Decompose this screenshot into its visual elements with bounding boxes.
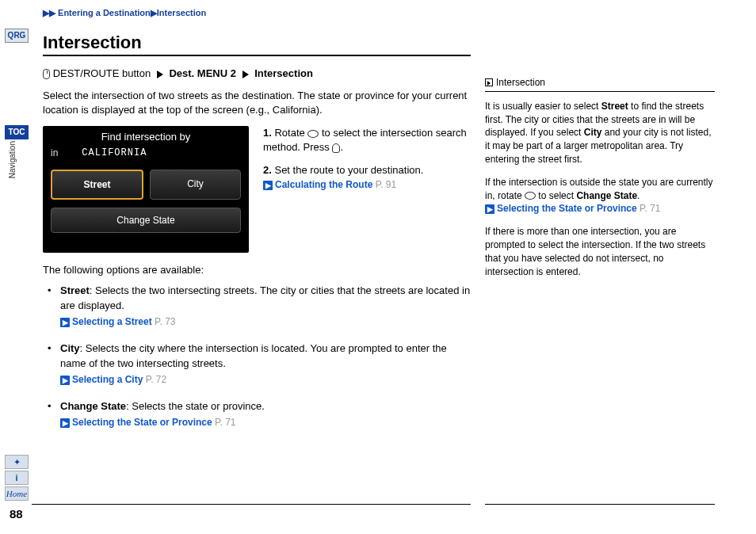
step-text: Rotate [274, 127, 307, 139]
xref-link[interactable]: ▶Calculating the Route P. 91 [263, 179, 396, 190]
sidebar-heading: Intersection [485, 76, 715, 92]
steps-list: 1. Rotate to select the intersection sea… [263, 126, 471, 253]
screen-change-state-button: Change State [51, 208, 241, 233]
sidebar-para: If the intersection is outside the state… [485, 176, 715, 216]
options-list: Street: Selects the two intersecting str… [43, 284, 471, 429]
mouse-icon [43, 69, 50, 79]
screen-city-button: City [150, 170, 241, 200]
step-number: 1. [263, 127, 272, 139]
sb-bold: City [584, 127, 602, 138]
xref-page: P. 91 [372, 179, 396, 190]
sidebar-title: Intersection [496, 76, 545, 90]
xref-link[interactable]: ▶Selecting a City P. 72 [60, 373, 471, 387]
xref-label[interactable]: Calculating the Route [275, 179, 372, 190]
sidebar-para: If there is more than one intersection, … [485, 225, 715, 278]
link-arrow-icon: ▶ [60, 418, 70, 428]
option-name: Street [60, 284, 90, 296]
xref-link[interactable]: ▶Selecting the State or Province P. 71 [485, 203, 661, 214]
step-2: 2. Set the route to your destination. ▶C… [263, 163, 471, 192]
step-text: . [340, 141, 343, 153]
xref-link[interactable]: ▶Selecting the State or Province P. 71 [60, 416, 471, 429]
xref-label[interactable]: Selecting a Street [72, 316, 152, 327]
nav-section-label: Navigation [8, 141, 17, 178]
option-change-state: Change State: Selects the state or provi… [52, 399, 471, 429]
xref-page: P. 71 [212, 417, 236, 428]
menu-path-text: DEST/ROUTE button [53, 67, 151, 79]
rotate-dial-icon [525, 192, 536, 200]
xref-label[interactable]: Selecting a City [72, 374, 143, 385]
breadcrumb-arrow-icon: ▶ [49, 8, 55, 17]
left-rail: QRG TOC Navigation ✦ i Home [0, 0, 32, 534]
ui-screenshot: Find intersection by in CALIFORNIA Stree… [43, 126, 249, 253]
sidebar-para: It is usually easier to select Street to… [485, 100, 715, 166]
xref-label[interactable]: Selecting the State or Province [72, 417, 212, 428]
step-1: 1. Rotate to select the intersection sea… [263, 126, 471, 154]
qrg-tab[interactable]: QRG [5, 29, 29, 43]
sb-bold: Street [601, 101, 628, 112]
screen-street-button: Street [51, 170, 143, 200]
arrow-right-icon [157, 71, 163, 78]
tips-sidebar: Intersection It is usually easier to sel… [485, 76, 715, 288]
info-button[interactable]: i [5, 471, 29, 485]
page-title: Intersection [43, 32, 471, 56]
voice-help-button[interactable]: ✦ [5, 455, 29, 469]
link-arrow-icon: ▶ [60, 376, 70, 385]
breadcrumb-arrow-icon: ▶ [151, 8, 157, 17]
sb-text: . [637, 190, 640, 201]
breadcrumb-arrow-icon: ▶ [43, 8, 49, 17]
breadcrumb[interactable]: ▶▶ Entering a Destination▶Intersection [43, 8, 471, 18]
option-name: Change State [60, 400, 126, 412]
main-content: ▶▶ Entering a Destination▶Intersection I… [43, 8, 471, 443]
home-button[interactable]: Home [5, 486, 29, 501]
rotate-dial-icon [307, 130, 319, 138]
sb-bold: Change State [576, 190, 637, 201]
xref-page: P. 72 [143, 374, 166, 385]
page-number: 88 [10, 507, 23, 521]
xref-label[interactable]: Selecting the State or Province [497, 203, 637, 214]
option-street: Street: Selects the two intersecting str… [52, 284, 471, 329]
press-dial-icon [332, 143, 340, 153]
xref-link[interactable]: ▶Selecting a Street P. 73 [60, 315, 471, 329]
xref-page: P. 71 [637, 203, 661, 214]
menu-path-seg: Intersection [254, 67, 313, 79]
sb-text: to select [536, 190, 576, 201]
menu-path: DEST/ROUTE button Dest. MENU 2 Intersect… [43, 67, 471, 79]
option-desc: : Selects the state or province. [126, 400, 265, 412]
screen-state-value: CALIFORNIA [82, 147, 147, 158]
sb-text: It is usually easier to select [485, 101, 601, 112]
link-arrow-icon: ▶ [263, 181, 273, 190]
screen-in-label: in [51, 147, 58, 158]
xref-page: P. 73 [152, 316, 176, 327]
link-arrow-icon: ▶ [60, 318, 70, 327]
note-icon [485, 78, 493, 86]
arrow-right-icon [242, 71, 249, 78]
intro-paragraph: Select the intersection of two streets a… [43, 89, 471, 116]
options-intro: The following options are available: [43, 264, 471, 276]
option-city: City: Selects the city where the interse… [52, 341, 471, 387]
footer-rule [32, 504, 471, 505]
step-number: 2. [263, 164, 272, 176]
toc-tab[interactable]: TOC [5, 125, 29, 139]
option-desc: : Selects the two intersecting streets. … [60, 284, 470, 311]
menu-path-seg: Dest. MENU 2 [169, 67, 236, 79]
breadcrumb-seg[interactable]: Intersection [157, 8, 206, 17]
breadcrumb-seg[interactable]: Entering a Destination [58, 8, 151, 17]
option-name: City [60, 342, 80, 354]
link-arrow-icon: ▶ [485, 204, 494, 214]
footer-rule [485, 504, 715, 505]
step-text: Set the route to your destination. [274, 164, 423, 176]
screen-title: Find intersection by [43, 126, 249, 143]
option-desc: : Selects the city where the intersectio… [60, 342, 447, 369]
